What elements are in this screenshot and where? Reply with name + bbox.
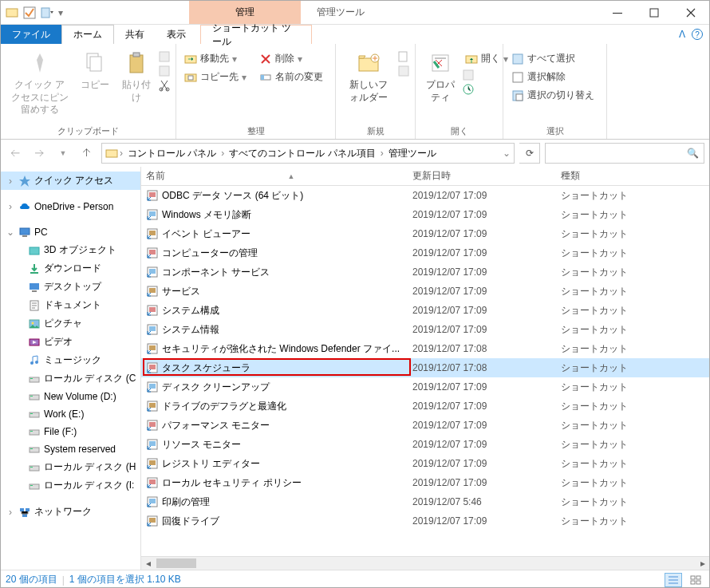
file-row[interactable]: リソース モニター2019/12/07 17:09ショートカット (141, 435, 709, 454)
chevron-right-icon[interactable]: › (221, 148, 224, 159)
column-type[interactable]: 種類 (561, 169, 673, 183)
chevron-right-icon[interactable]: › (120, 148, 123, 159)
copy-button[interactable]: コピー (75, 47, 115, 95)
nav-pc-item[interactable]: ダウンロード (1, 259, 140, 278)
nav-pc-item[interactable]: ビデオ (1, 333, 140, 351)
file-row[interactable]: イベント ビューアー2019/12/07 17:09ショートカット (141, 224, 709, 243)
file-row[interactable]: ODBC データ ソース (64 ビット)2019/12/07 17:09ショー… (141, 186, 709, 205)
nav-pc-item[interactable]: File (F:) (1, 423, 140, 440)
file-row[interactable]: システム情報2019/12/07 17:09ショートカット (141, 320, 709, 339)
properties-button[interactable]: プロパティ (420, 47, 460, 107)
file-row[interactable]: コンポーネント サービス2019/12/07 17:09ショートカット (141, 262, 709, 282)
svg-rect-67 (149, 269, 156, 274)
select-all-button[interactable]: すべて選択 (508, 50, 598, 67)
rename-button[interactable]: 名前の変更 (256, 69, 326, 85)
column-name[interactable]: 名前▲ (141, 169, 412, 183)
nav-pc-item[interactable]: New Volume (D:) (1, 388, 140, 405)
nav-network[interactable]: ›ネットワーク (1, 503, 140, 521)
horizontal-scrollbar[interactable]: ◂ ▸ (141, 556, 709, 570)
nav-pc[interactable]: ⌄PC (1, 223, 140, 241)
search-input[interactable]: 🔍 (545, 143, 704, 164)
breadcrumb-root-icon[interactable] (105, 147, 118, 160)
ribbon-collapse-icon[interactable]: ᐱ (679, 29, 685, 40)
file-row[interactable]: レジストリ エディター2019/12/07 17:09ショートカット (141, 454, 709, 473)
view-details-button[interactable] (665, 573, 682, 587)
tab-view[interactable]: 表示 (156, 25, 197, 44)
nav-pc-item[interactable]: デスクトップ (1, 278, 140, 296)
refresh-button[interactable]: ⟳ (519, 143, 540, 164)
nav-pc-item[interactable]: ローカル ディスク (I: (1, 476, 140, 495)
chevron-right-icon[interactable]: › (381, 148, 384, 159)
delete-button[interactable]: 削除▾ (256, 50, 326, 67)
nav-pc-item[interactable]: ミュージック (1, 351, 140, 369)
nav-up-button[interactable]: 🡡 (77, 144, 97, 163)
tab-home[interactable]: ホーム (61, 25, 114, 44)
nav-pc-item[interactable]: ローカル ディスク (H (1, 458, 140, 476)
file-row[interactable]: システム構成2019/12/07 17:09ショートカット (141, 301, 709, 320)
file-row[interactable]: タスク スケジューラ2019/12/07 17:08ショートカット (141, 358, 709, 377)
nav-pc-item[interactable]: 3D オブジェクト (1, 241, 140, 259)
easy-access-icon[interactable] (397, 65, 410, 77)
file-name: パフォーマンス モニター (162, 419, 270, 432)
tab-file[interactable]: ファイル (1, 25, 61, 44)
invert-selection-button[interactable]: 選択の切り替え (508, 87, 598, 104)
file-date: 2019/12/07 5:46 (412, 496, 561, 507)
file-row[interactable]: セキュリティが強化された Windows Defender ファイ...2019… (141, 339, 709, 358)
file-row[interactable]: ローカル セキュリティ ポリシー2019/12/07 17:09ショートカット (141, 473, 709, 492)
tab-shortcut-tools[interactable]: ショートカット ツール (200, 25, 312, 44)
paste-button[interactable]: 貼り付け (116, 47, 156, 107)
pin-quick-access-button[interactable]: クイック アクセスにピン留めする (6, 47, 73, 120)
scroll-right-icon[interactable]: ▸ (696, 558, 709, 569)
svg-rect-59 (149, 192, 156, 197)
move-to-button[interactable]: 移動先▾ (181, 50, 250, 67)
file-row[interactable]: 印刷の管理2019/12/07 5:46ショートカット (141, 492, 709, 511)
file-row[interactable]: サービス2019/12/07 17:09ショートカット (141, 282, 709, 301)
chevron-right-icon[interactable]: › (6, 176, 15, 187)
nav-pc-item[interactable]: Work (E:) (1, 405, 140, 423)
qat-dropdown-icon[interactable] (41, 6, 53, 19)
breadcrumb[interactable]: › コントロール パネル › すべてのコントロール パネル項目 › 管理ツール … (101, 143, 515, 164)
nav-back-button[interactable]: 🡠 (6, 144, 25, 163)
clipboard-shortcut-icon[interactable] (158, 50, 171, 63)
file-row[interactable]: ドライブのデフラグと最適化2019/12/07 17:09ショートカット (141, 397, 709, 416)
scroll-left-icon[interactable]: ◂ (141, 558, 155, 569)
file-row[interactable]: コンピューターの管理2019/12/07 17:09ショートカット (141, 243, 709, 262)
help-icon[interactable]: ? (692, 29, 703, 40)
tab-share[interactable]: 共有 (114, 25, 156, 44)
nav-quick-access[interactable]: ›クイック アクセス (1, 172, 140, 190)
nav-pc-item[interactable]: System reserved (1, 440, 140, 458)
minimize-button[interactable]: ― (599, 1, 636, 24)
deselect-button[interactable]: 選択解除 (508, 69, 598, 85)
star-icon (18, 175, 31, 187)
nav-recent-button[interactable]: ▼ (53, 144, 73, 163)
cut-icon[interactable] (158, 79, 171, 92)
breadcrumb-dropdown-icon[interactable]: ⌄ (503, 148, 511, 159)
chevron-down-icon[interactable]: ⌄ (6, 227, 15, 238)
column-date[interactable]: 更新日時 (412, 169, 561, 183)
nav-pc-item[interactable]: ピクチャ (1, 314, 140, 333)
breadcrumb-item-0[interactable]: コントロール パネル (124, 147, 219, 160)
qat-overflow-icon[interactable]: ▾ (58, 7, 63, 18)
copy-to-button[interactable]: コピー先▾ (181, 69, 250, 85)
scroll-thumb[interactable] (156, 558, 196, 568)
file-row[interactable]: Windows メモリ診断2019/12/07 17:09ショートカット (141, 205, 709, 224)
clipboard-path-icon[interactable] (158, 65, 171, 77)
nav-pc-item[interactable]: ローカル ディスク (C (1, 369, 140, 388)
close-button[interactable] (673, 1, 709, 24)
file-row[interactable]: ディスク クリーンアップ2019/12/07 17:09ショートカット (141, 377, 709, 397)
view-icons-button[interactable] (687, 573, 704, 587)
new-item-icon[interactable] (397, 50, 410, 63)
file-row[interactable]: 回復ドライブ2019/12/07 17:09ショートカット (141, 511, 709, 531)
chevron-right-icon[interactable]: › (6, 507, 15, 518)
chevron-right-icon[interactable]: › (6, 201, 15, 212)
maximize-button[interactable] (636, 1, 673, 24)
nav-pc-item[interactable]: ドキュメント (1, 296, 140, 314)
nav-forward-button[interactable]: 🡢 (30, 144, 49, 163)
nav-onedrive[interactable]: ›OneDrive - Person (1, 198, 140, 215)
svg-point-39 (30, 361, 34, 365)
file-row[interactable]: パフォーマンス モニター2019/12/07 17:09ショートカット (141, 416, 709, 435)
breadcrumb-item-1[interactable]: すべてのコントロール パネル項目 (226, 147, 378, 160)
qat-checkbox-icon[interactable] (23, 6, 36, 19)
breadcrumb-item-2[interactable]: 管理ツール (385, 147, 440, 160)
new-folder-button[interactable]: 新しいフォルダー (341, 47, 396, 107)
